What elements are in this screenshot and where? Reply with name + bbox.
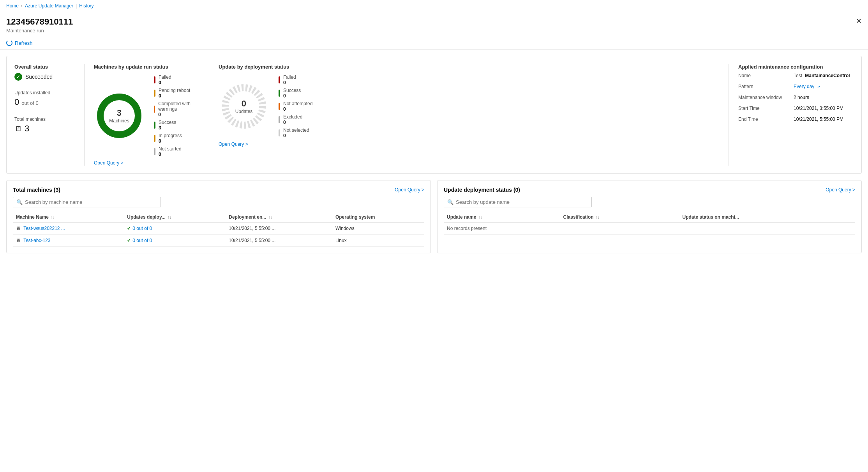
legend-pending-reboot: Pending reboot 0 xyxy=(154,88,199,99)
updates-link-1[interactable]: 0 out of 0 xyxy=(132,238,152,243)
external-link-icon: ↗ xyxy=(817,85,820,89)
machines-donut-container: 3 Machines Failed 0 xyxy=(94,74,199,157)
machines-search-icon: 🔍 xyxy=(16,199,23,205)
config-maintenance-label-line1: Maintenance window xyxy=(738,95,782,100)
th-update-status: Update status on machi... xyxy=(679,212,855,223)
legend-label-success: Success 3 xyxy=(159,120,176,131)
overall-status-block: Overall status ✓ Succeeded xyxy=(14,64,76,81)
dep-legend-label-excluded: Excluded 0 xyxy=(283,114,302,125)
cell-os-0: Windows xyxy=(332,223,424,235)
dep-legend-bar-success xyxy=(279,90,280,97)
legend-bar-not-started xyxy=(154,148,155,155)
machines-stat: 🖥 3 xyxy=(14,124,76,134)
machines-donut-num: 3 xyxy=(109,108,129,118)
updates-installed-block: Updates installed 0 out of 0 xyxy=(14,90,76,107)
cell-deploy-end-0: 10/21/2021, 5:55:00 ... xyxy=(226,223,332,235)
deployment-donut-container: 0 Updates Failed 0 xyxy=(219,74,719,138)
sort-icon-classification: ↑↓ xyxy=(596,215,600,219)
config-name-main: MantainanceControl xyxy=(805,73,850,78)
th-deployment-end[interactable]: Deployment en... ↑↓ xyxy=(226,212,332,223)
updates-panel-title: Update deployment status (0) xyxy=(444,187,520,193)
machines-table: Machine Name ↑↓ Updates deploy... ↑↓ Dep… xyxy=(13,212,424,247)
dep-legend-label-not-selected: Not selected 0 xyxy=(283,127,309,138)
config-starttime-row: Start Time 10/21/2021, 3:55:00 PM xyxy=(738,106,854,111)
table-row: 🖥 Test-wsus202212 ... ✔ 0 out of 0 10/21… xyxy=(13,223,424,235)
cell-machine-name-0: 🖥 Test-wsus202212 ... xyxy=(13,223,124,235)
updates-installed-suffix: out of 0 xyxy=(21,100,38,106)
toolbar: Refresh xyxy=(0,37,868,49)
machine-icon: 🖥 xyxy=(14,125,21,133)
config-endtime-label: End Time xyxy=(738,117,789,122)
th-classification[interactable]: Classification ↑↓ xyxy=(560,212,679,223)
machine-row-icon-0: 🖥 xyxy=(16,226,21,231)
close-button[interactable]: ✕ xyxy=(856,17,862,25)
refresh-label: Refresh xyxy=(15,40,33,46)
legend-bar-progress xyxy=(154,135,155,142)
machine-name-link-1[interactable]: Test-abc-123 xyxy=(23,238,50,243)
config-section: Applied maintenance configuration Name T… xyxy=(729,64,854,166)
config-endtime-row: End Time 10/21/2021, 5:55:00 PM xyxy=(738,117,854,122)
legend-label-not-started: Not started 0 xyxy=(159,146,182,157)
config-endtime-value: 10/21/2021, 5:55:00 PM xyxy=(794,117,843,122)
config-starttime-value: 10/21/2021, 3:55:00 PM xyxy=(794,106,843,111)
cell-updates-0: ✔ 0 out of 0 xyxy=(124,223,226,235)
breadcrumb-sep1: › xyxy=(21,3,23,9)
legend-bar-warnings xyxy=(154,106,155,113)
config-maintenance-row: Maintenance window 2 hours xyxy=(738,95,854,100)
deployment-open-query[interactable]: Open Query > xyxy=(219,141,248,147)
breadcrumb-home[interactable]: Home xyxy=(6,3,19,9)
breadcrumb: Home › Azure Update Manager | History xyxy=(0,0,868,12)
overall-status-section: Overall status ✓ Succeeded Updates insta… xyxy=(14,64,85,166)
th-machine-name[interactable]: Machine Name ↑↓ xyxy=(13,212,124,223)
breadcrumb-azure-update[interactable]: Azure Update Manager xyxy=(25,3,73,9)
config-name-prefix: Test xyxy=(794,73,802,78)
machine-row-icon-1: 🖥 xyxy=(16,238,21,243)
sort-icon-update-name: ↑↓ xyxy=(478,215,482,219)
page-subtitle: Maintenance run xyxy=(6,28,862,34)
updates-search-icon: 🔍 xyxy=(447,199,453,205)
deployment-legend: Failed 0 Success 0 xyxy=(279,74,312,138)
config-pattern-value: Every day ↗ xyxy=(794,84,820,89)
cell-machine-name-1: 🖥 Test-abc-123 xyxy=(13,235,124,247)
config-pattern-link[interactable]: Every day xyxy=(794,84,814,89)
legend-failed: Failed 0 xyxy=(154,74,199,85)
config-starttime-label: Start Time xyxy=(738,106,789,111)
updates-table-header-row: Update name ↑↓ Classification ↑↓ Update … xyxy=(444,212,855,223)
updates-link-0[interactable]: 0 out of 0 xyxy=(132,226,152,231)
dep-legend-failed: Failed 0 xyxy=(279,74,312,85)
breadcrumb-history[interactable]: History xyxy=(79,3,94,9)
dep-legend-excluded: Excluded 0 xyxy=(279,114,312,125)
status-success: ✓ Succeeded xyxy=(14,73,76,81)
th-update-name[interactable]: Update name ↑↓ xyxy=(444,212,560,223)
total-machines-label: Total machines xyxy=(14,117,76,122)
config-pattern-row: Pattern Every day ↗ xyxy=(738,84,854,89)
config-name-label: Name xyxy=(738,73,789,78)
sort-icon-updates: ↑↓ xyxy=(168,215,171,219)
machines-panel: Total machines (3) Open Query > 🔍 Machin… xyxy=(6,180,431,253)
status-value: Succeeded xyxy=(25,74,53,80)
legend-label-progress: In progress 0 xyxy=(159,133,182,144)
machines-donut-center: 3 Machines xyxy=(109,108,129,124)
updates-search-box[interactable]: 🔍 xyxy=(444,197,592,207)
deployment-chart-section: Update by deployment status 0 Updates xyxy=(209,64,729,166)
refresh-button[interactable]: Refresh xyxy=(6,40,33,46)
page-title: 12345678910111 xyxy=(6,17,862,27)
cell-deploy-end-1: 10/21/2021, 5:55:00 ... xyxy=(226,235,332,247)
legend-label-warnings: Completed with warnings 0 xyxy=(158,101,199,117)
machines-panel-open-query[interactable]: Open Query > xyxy=(395,187,424,193)
updates-search-input[interactable] xyxy=(456,199,588,205)
th-updates-deploy[interactable]: Updates deploy... ↑↓ xyxy=(124,212,226,223)
legend-label-failed: Failed 0 xyxy=(159,74,171,85)
machines-open-query[interactable]: Open Query > xyxy=(94,160,123,166)
deployment-donut-center: 0 Updates xyxy=(235,99,253,114)
config-maintenance-value: 2 hours xyxy=(794,95,809,100)
updates-panel-open-query[interactable]: Open Query > xyxy=(826,187,855,193)
machines-chart-section: Machines by update run status 3 xyxy=(85,64,209,166)
machines-search-box[interactable]: 🔍 xyxy=(13,197,161,207)
deployment-donut-label: Updates xyxy=(235,109,253,114)
dep-legend-bar-excluded xyxy=(279,116,280,123)
deployment-chart-title: Update by deployment status xyxy=(219,64,719,70)
machine-name-link-0[interactable]: Test-wsus202212 ... xyxy=(23,226,65,231)
machines-search-input[interactable] xyxy=(25,199,157,205)
updates-panel: Update deployment status (0) Open Query … xyxy=(437,180,862,253)
